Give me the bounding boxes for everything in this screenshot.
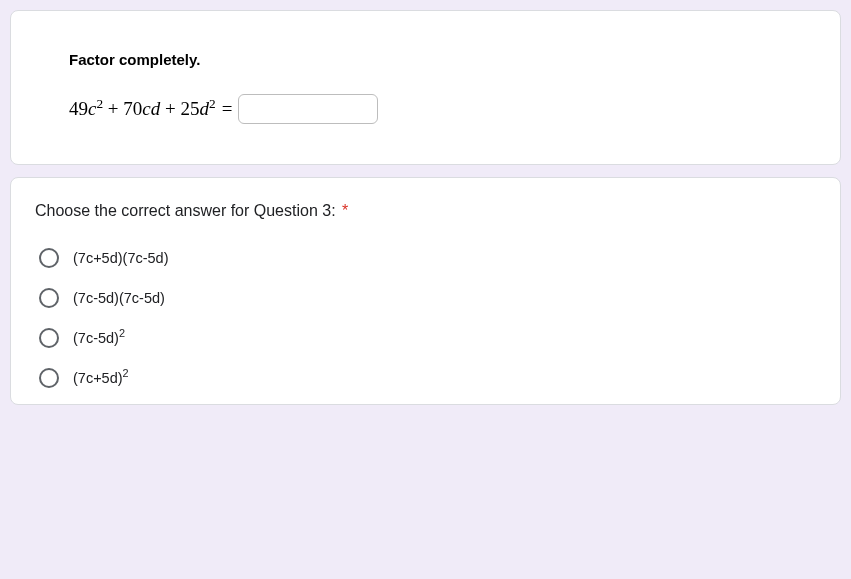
required-asterisk: * bbox=[342, 202, 348, 219]
option-row-1[interactable]: (7c-5d)(7c-5d) bbox=[35, 288, 816, 308]
radio-icon bbox=[39, 288, 59, 308]
coef-1: 49 bbox=[69, 98, 88, 119]
plus-1: + bbox=[103, 98, 123, 119]
question-title: Choose the correct answer for Question 3… bbox=[35, 202, 816, 220]
radio-icon bbox=[39, 328, 59, 348]
radio-icon bbox=[39, 368, 59, 388]
plus-2: + bbox=[160, 98, 180, 119]
coef-3: 25 bbox=[180, 98, 199, 119]
coef-2: 70 bbox=[123, 98, 142, 119]
option-label: (7c-5d)(7c-5d) bbox=[73, 290, 165, 306]
question-title-text: Choose the correct answer for Question 3… bbox=[35, 202, 336, 219]
option-row-2[interactable]: (7c-5d)2 bbox=[35, 328, 816, 348]
option-row-0[interactable]: (7c+5d)(7c-5d) bbox=[35, 248, 816, 268]
option-base: (7c-5d) bbox=[73, 330, 119, 346]
answer-input[interactable] bbox=[238, 94, 378, 124]
option-label: (7c+5d)(7c-5d) bbox=[73, 250, 169, 266]
math-expression-body: 49c2 + 70cd + 25d2 bbox=[69, 98, 216, 120]
option-label: (7c-5d)2 bbox=[73, 330, 125, 346]
math-expression: 49c2 + 70cd + 25d2 = bbox=[69, 94, 810, 124]
option-base: (7c+5d) bbox=[73, 370, 123, 386]
option-sup: 2 bbox=[123, 367, 129, 379]
equals-sign: = bbox=[222, 98, 233, 120]
var-3: d bbox=[199, 98, 209, 119]
var-2: cd bbox=[142, 98, 160, 119]
exp-3: 2 bbox=[209, 96, 216, 111]
option-row-3[interactable]: (7c+5d)2 bbox=[35, 368, 816, 388]
question-card-problem: Factor completely. 49c2 + 70cd + 25d2 = bbox=[10, 10, 841, 165]
option-base: (7c-5d)(7c-5d) bbox=[73, 290, 165, 306]
option-label: (7c+5d)2 bbox=[73, 370, 129, 386]
prompt-text: Factor completely. bbox=[69, 51, 810, 68]
option-base: (7c+5d)(7c-5d) bbox=[73, 250, 169, 266]
question-card-choice: Choose the correct answer for Question 3… bbox=[10, 177, 841, 405]
radio-icon bbox=[39, 248, 59, 268]
option-sup: 2 bbox=[119, 327, 125, 339]
